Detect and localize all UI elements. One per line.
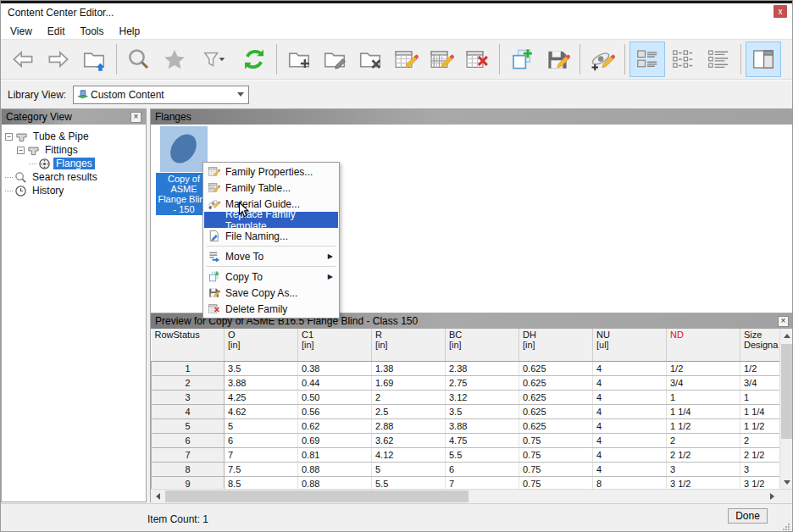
row-number[interactable]: 9 [152,477,225,490]
copy-family-button[interactable] [504,42,540,77]
table-cell[interactable]: 5.5 [372,477,446,490]
table-cell[interactable]: 5 [372,463,446,477]
table-cell[interactable]: 7 [225,448,298,463]
column-header-r[interactable]: R[in] [372,329,446,362]
table-cell[interactable]: 0.62 [298,419,372,434]
table-cell[interactable]: 0.75 [519,477,593,490]
row-number[interactable]: 5 [152,419,225,434]
scroll-right-button[interactable] [765,490,779,503]
vertical-scroll-thumb[interactable] [781,344,792,439]
table-cell[interactable]: 0.625 [519,376,593,391]
search-button[interactable] [121,42,157,77]
menu-item-save-copy-as[interactable]: Save Copy As... [204,285,338,301]
table-cell[interactable]: 6 [446,463,519,477]
scroll-up-button[interactable] [780,329,793,342]
table-cell[interactable]: 4 [593,448,667,463]
column-header-c1[interactable]: C1[in] [298,329,372,362]
favorites-button[interactable] [157,42,192,77]
table-cell[interactable]: 4.75 [446,434,519,448]
table-cell[interactable]: 0.81 [298,448,372,463]
table-cell[interactable]: 3.88 [446,419,519,434]
table-cell[interactable]: 4.25 [225,391,298,405]
filter-button[interactable] [192,42,236,77]
preview-close-button[interactable]: × [778,316,789,327]
column-header-dh[interactable]: DH[in] [519,329,593,362]
table-cell[interactable]: 3.5 [225,362,298,376]
table-cell[interactable]: 4 [593,463,667,477]
forward-button[interactable] [41,42,76,77]
add-category-button[interactable] [281,42,317,77]
table-cell[interactable]: 0.75 [519,434,593,448]
horizontal-scroll-thumb[interactable] [165,490,469,502]
table-cell[interactable]: 3 [667,463,740,477]
family-table-button[interactable] [424,42,459,77]
table-cell[interactable]: 4 [593,362,667,376]
table-cell[interactable]: 0.69 [298,434,372,448]
table-cell[interactable]: 1.69 [372,376,446,391]
scroll-down-button[interactable] [780,475,793,489]
table-cell[interactable]: 0.75 [519,448,593,463]
resize-grip[interactable] [782,523,790,531]
table-cell[interactable]: 1 [667,391,740,405]
table-cell[interactable]: 8.5 [225,477,298,490]
done-button[interactable]: Done [728,508,768,524]
save-copy-as-button[interactable] [540,42,575,77]
table-cell[interactable]: 3/4 [667,376,740,391]
table-cell[interactable]: 0.50 [298,391,372,405]
menu-item-replace-family-template[interactable]: Replace Family Template [204,212,338,228]
tree-item-history[interactable]: History [3,184,144,197]
table-cell[interactable]: 4 [593,376,667,391]
tree-item-flanges[interactable]: Flanges [3,157,144,170]
table-cell[interactable]: 3.88 [225,376,298,391]
row-number[interactable]: 1 [152,362,225,376]
column-header-bc[interactable]: BC[in] [446,329,519,362]
delete-family-button[interactable] [459,42,495,77]
table-cell[interactable]: 0.75 [519,463,593,477]
table-cell[interactable]: 3 1/2 [667,477,740,490]
family-properties-button[interactable] [388,42,424,77]
row-number[interactable]: 2 [152,376,225,391]
row-number[interactable]: 6 [152,434,225,448]
table-cell[interactable]: 0.38 [298,362,372,376]
table-cell[interactable]: 6 [225,434,298,448]
table-cell[interactable]: 5 [225,419,298,434]
row-number[interactable]: 4 [152,405,225,419]
table-cell[interactable]: 0.44 [298,376,372,391]
column-header-o[interactable]: O[in] [225,329,298,362]
row-number[interactable]: 8 [152,463,225,477]
scroll-left-button[interactable] [151,490,164,503]
menu-item-family-properties[interactable]: Family Properties... [204,163,338,180]
table-cell[interactable]: 0.625 [519,405,593,419]
table-cell[interactable]: 1 1/4 [667,405,740,419]
table-cell[interactable]: 2.75 [446,376,519,391]
refresh-button[interactable] [236,42,272,77]
family-thumbnail[interactable] [160,126,208,172]
tree-expander[interactable]: − [17,147,25,154]
tree-expander[interactable]: − [5,133,13,141]
delete-category-button[interactable] [352,42,388,77]
table-cell[interactable]: 4 [593,391,667,405]
table-cell[interactable]: 4 [593,434,667,448]
table-cell[interactable]: 1 1/2 [667,419,740,434]
vertical-scrollbar[interactable] [779,329,793,489]
table-cell[interactable]: 2 1/2 [667,448,740,463]
back-button[interactable] [5,42,41,77]
tree-item-tube-pipe[interactable]: −Tube & Pipe [3,130,144,143]
menu-item-move-to[interactable]: Move To▶ [204,248,338,264]
table-cell[interactable]: 7 [446,477,519,490]
table-cell[interactable]: 4.62 [225,405,298,419]
table-cell[interactable]: 1/2 [667,362,740,376]
edit-category-button[interactable] [317,42,352,77]
table-cell[interactable]: 1.38 [372,362,446,376]
table-cell[interactable]: 4 [593,405,667,419]
menu-edit[interactable]: Edit [40,24,73,39]
material-guide-button[interactable] [585,42,620,77]
column-header-nu[interactable]: NU[ul] [593,329,667,362]
row-number[interactable]: 3 [152,391,225,405]
column-header-nd[interactable]: ND [667,329,740,362]
table-cell[interactable]: 0.625 [519,419,593,434]
menu-tools[interactable]: Tools [72,24,111,39]
table-cell[interactable]: 3.5 [446,405,519,419]
table-cell[interactable]: 0.56 [298,405,372,419]
table-cell[interactable]: 2.38 [446,362,519,376]
